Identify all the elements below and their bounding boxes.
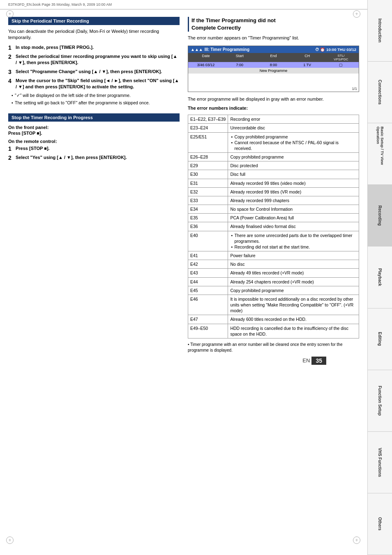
right-section-title: If the Timer Programming did not Complet… (188, 17, 359, 32)
remote-label: On the remote control: (8, 139, 180, 144)
error-code: E32 (188, 187, 228, 196)
sidebar-tab-introduction[interactable]: Introduction (368, 0, 392, 62)
right-sidebar: Introduction Connections Basic Setup / T… (367, 0, 392, 555)
header-file-info: E3TK0FD_EN.book Page 35 Monday, March 9,… (8, 2, 112, 7)
error-desc-cell: Disc full (228, 170, 359, 179)
error-code: E40 (188, 231, 228, 251)
front-panel-label: On the front panel: (8, 125, 180, 130)
corner-mark-br (353, 537, 361, 545)
right-column: If the Timer Programming did not Complet… (188, 17, 359, 353)
table-row: E30 Disc full (188, 170, 359, 179)
error-code: E36 (188, 222, 228, 231)
error-desc-cell: Copy prohibited programme Cannot record … (228, 132, 359, 153)
table-row: E40 There are some unrecorded parts due … (188, 231, 359, 251)
error-code: E29 (188, 161, 228, 170)
corner-mark-tr (353, 10, 361, 18)
table-row: E32 Already recorded 99 titles (VR mode) (188, 187, 359, 196)
table-row: E43 Already 49 titles recorded (+VR mode… (188, 269, 359, 277)
sidebar-tab-recording[interactable]: Recording (368, 185, 392, 246)
error-code: E46 (188, 295, 228, 315)
error-desc-cell: Unrecordable disc (228, 124, 359, 132)
error-desc: The error programme will be displayed in… (188, 96, 359, 102)
timer-table-header: ▲▲▲ III: Timer Programming ⏱ ⏰ 10:00 THU… (188, 46, 359, 53)
timer-icon: ▲▲▲ (191, 47, 203, 52)
sidebar-tab-function-setup[interactable]: Function Setup (368, 370, 392, 432)
right-title-line1: If the Timer Programming did not (191, 17, 359, 24)
error-code: E42 (188, 260, 228, 269)
error-code: E26–E28 (188, 153, 228, 161)
new-programme[interactable]: New Programme (188, 68, 359, 74)
error-table: E1–E22, E37–E39 Recording error E23–E24 … (188, 115, 359, 339)
error-code: E49–E50 (188, 324, 228, 338)
sidebar-tab-connections[interactable]: Connections (368, 62, 392, 123)
footer-note: • Timer programme with an error number w… (188, 342, 359, 353)
table-row: E31 Already recorded 99 titles (video mo… (188, 179, 359, 187)
section-skip-header: Skip the Periodical Timer Recording (8, 17, 180, 25)
table-row: E26–E28 Copy prohibited programme (188, 153, 359, 161)
error-code: E30 (188, 170, 228, 179)
timer-table-clock: ⏱ ⏰ 10:00 THU 03/12 (315, 47, 356, 52)
step-1: 1 In stop mode, press [TIMER PROG.]. (8, 44, 180, 51)
error-desc-cell: PCA (Power Calibration Area) full (228, 214, 359, 222)
table-row: E42 No disc (188, 260, 359, 269)
timer-programming-table: ▲▲▲ III: Timer Programming ⏱ ⏰ 10:00 THU… (188, 46, 359, 92)
sidebar-tab-playback[interactable]: Playback (368, 246, 392, 308)
table-row: E1–E22, E37–E39 Recording error (188, 115, 359, 124)
right-title-line2: Complete Correctly (191, 24, 359, 32)
table-row: E45 Copy prohibited programme (188, 286, 359, 295)
table-row: E29 Disc protected (188, 161, 359, 170)
sidebar-tab-others[interactable]: Others (368, 493, 392, 555)
table-row: E46 It is impossible to record additiona… (188, 295, 359, 315)
row-end: 8:00 (257, 63, 289, 67)
error-desc-cell: Disc protected (228, 161, 359, 170)
col-stl: STL/VPS/PDC (325, 54, 357, 61)
table-row: E44 Already 254 chapters recorded (+VR m… (188, 277, 359, 286)
error-code: E34 (188, 205, 228, 214)
sidebar-tab-editing[interactable]: Editing (368, 309, 392, 370)
clock-icon: ⏱ (315, 47, 319, 52)
error-desc-cell: No disc (228, 260, 359, 269)
col-start: Start (224, 54, 256, 61)
table-row: E49–E50 HDD recording is cancelled due t… (188, 324, 359, 338)
error-desc-cell: There are some unrecorded parts due to t… (228, 231, 359, 251)
corner-mark-tl (6, 10, 14, 18)
step-3: 3 Select "Programme Change" using [▲ / ▼… (8, 69, 180, 75)
error-code: E23–E24 (188, 124, 228, 132)
error-code: E44 (188, 277, 228, 286)
bullet-1: "✓" will be displayed on the left side o… (12, 92, 180, 99)
error-desc-cell: Already finalised video format disc (228, 222, 359, 231)
main-content: Skip the Periodical Timer Recording You … (0, 9, 367, 376)
table-row: E23–E24 Unrecordable disc (188, 124, 359, 132)
error-code: E45 (188, 286, 228, 295)
error-desc-cell: Already 254 chapters recorded (+VR mode) (228, 277, 359, 286)
section-stop-header: Stop the Timer Recording in Progress (8, 113, 180, 122)
right-intro: The error number appears on "Timer Progr… (188, 35, 359, 41)
row-ch: 1 TV (291, 63, 323, 67)
error-desc-cell: No space for Control Information (228, 205, 359, 214)
front-panel-text: Press [STOP ■]. (8, 131, 180, 136)
col-ch: CH (291, 54, 323, 61)
error-code: E33 (188, 196, 228, 205)
error-code: E1–E22, E37–E39 (188, 115, 228, 124)
left-column: Skip the Periodical Timer Recording You … (8, 17, 180, 353)
table-row: E35 PCA (Power Calibration Area) full (188, 214, 359, 222)
sidebar-tab-basic-setup[interactable]: Basic Setup / TV View Operation (368, 123, 392, 185)
error-code: E43 (188, 269, 228, 277)
section-skip-intro: You can deactivate the periodical (Daily… (8, 28, 180, 41)
page-container: E3TK0FD_EN.book Page 35 Monday, March 9,… (0, 0, 392, 555)
bullet-2: The setting will go back to "OFF" after … (12, 100, 180, 106)
error-desc-cell: Power failure (228, 251, 359, 260)
error-desc-cell: Copy prohibited programme (228, 286, 359, 295)
page-footer: EN 35 (8, 353, 359, 368)
top-header: E3TK0FD_EN.book Page 35 Monday, March 9,… (0, 0, 392, 9)
page-number: 35 (311, 357, 326, 365)
error-numbers-title: The error numbers indicate: (188, 106, 359, 111)
error-desc-cell: Recording error (228, 115, 359, 124)
error-desc-cell: HDD recording is cancelled due to the in… (228, 324, 359, 338)
error-desc-cell: Already 49 titles recorded (+VR mode) (228, 269, 359, 277)
error-code: E35 (188, 214, 228, 222)
page-en-label: EN (302, 357, 310, 364)
error-code: E41 (188, 251, 228, 260)
remote-step-2: 2 Select "Yes" using [▲ / ▼], then press… (8, 154, 180, 161)
sidebar-tab-vhs-functions[interactable]: VHS Functions (368, 432, 392, 493)
